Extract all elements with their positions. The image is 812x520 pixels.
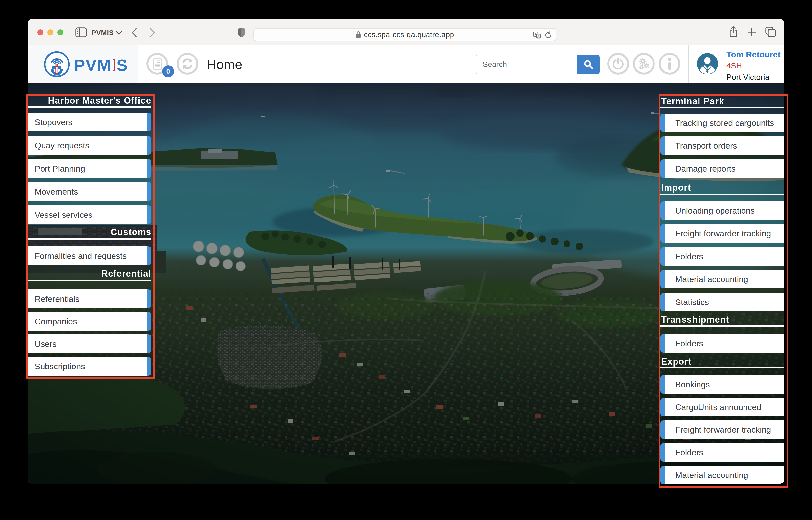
svg-text:文: 文	[537, 34, 540, 38]
